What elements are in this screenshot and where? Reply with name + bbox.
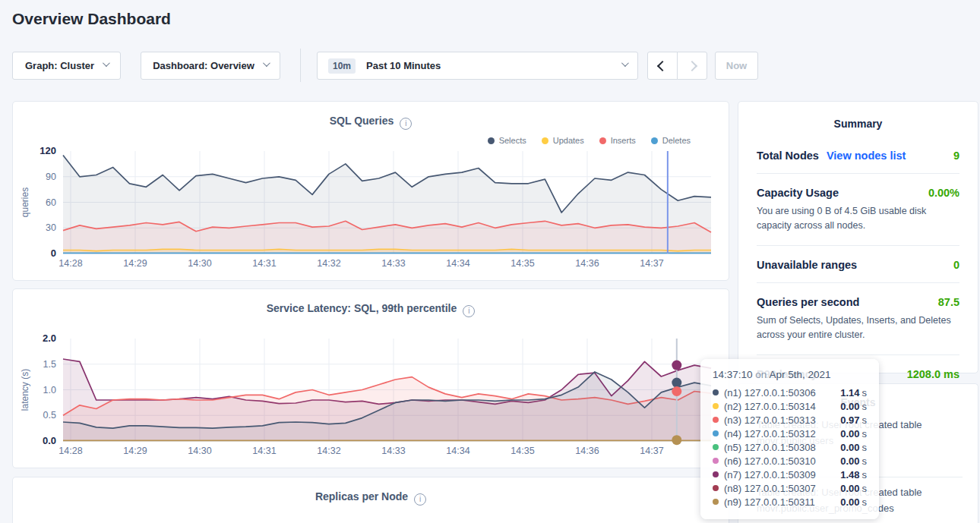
tooltip-rows: (n1) 127.0.0.1:503061.14s(n2) 127.0.0.1:… (713, 386, 867, 509)
svg-text:14:28: 14:28 (58, 258, 82, 269)
svg-text:14:28: 14:28 (58, 446, 82, 456)
node-latency-value: 0.00s (840, 401, 867, 412)
svg-text:14:33: 14:33 (381, 258, 405, 269)
sql-queries-title: SQL Queriesi (13, 102, 729, 130)
svg-text:2.0: 2.0 (43, 332, 56, 344)
svg-text:14:33: 14:33 (381, 446, 405, 456)
svg-text:14:37: 14:37 (640, 258, 663, 269)
p99-latency-value: 1208.0 ms (907, 368, 959, 380)
info-icon[interactable]: i (400, 118, 412, 130)
node-color-dot (713, 485, 719, 491)
sql-queries-chart[interactable]: 14:2814:2914:3014:3114:3214:3314:3414:35… (13, 140, 730, 276)
svg-text:90: 90 (46, 172, 56, 182)
node-address: (n4) 127.0.0.1:50312 (724, 428, 840, 440)
chevron-left-icon (657, 60, 668, 71)
summary-row-queries-per-second: Queries per second 87.5 Sum of Selects, … (757, 283, 959, 355)
replicas-per-node-panel: Replicas per Nodei (12, 477, 729, 523)
tooltip-node-row: (n8) 127.0.0.1:503070.00s (713, 481, 867, 495)
node-address: (n9) 127.0.0.1:50311 (724, 496, 840, 508)
node-address: (n5) 127.0.0.1:50308 (724, 442, 840, 453)
time-range-dropdown[interactable]: 10m Past 10 Minutes (317, 52, 638, 80)
info-icon[interactable]: i (463, 305, 475, 317)
node-address: (n7) 127.0.0.1:50309 (724, 469, 840, 480)
node-color-dot (713, 471, 719, 477)
svg-text:14:29: 14:29 (123, 446, 147, 456)
info-icon[interactable]: i (414, 493, 426, 506)
svg-text:14:36: 14:36 (575, 258, 599, 269)
chevron-right-icon (687, 60, 697, 71)
graph-dropdown-label: Graph: Cluster (25, 60, 94, 71)
graph-hover-tooltip: 14:37:10 on Apr 5th, 2021 (n1) 127.0.0.1… (700, 359, 879, 519)
svg-text:30: 30 (46, 222, 56, 233)
dashboard-dropdown-label: Dashboard: Overview (153, 60, 254, 71)
svg-text:latency (s): latency (s) (20, 369, 30, 411)
time-prev-button[interactable] (647, 52, 678, 80)
node-address: (n6) 127.0.0.1:50310 (724, 455, 840, 467)
view-nodes-list-link[interactable]: View nodes list (827, 150, 906, 162)
node-latency-value: 0.00s (840, 428, 867, 440)
replicas-per-node-title: Replicas per Nodei (13, 477, 729, 506)
summary-row-capacity-usage: Capacity Usage 0.00% You are using 0 B o… (757, 174, 959, 246)
unavailable-ranges-value: 0 (953, 259, 959, 271)
node-color-dot (713, 417, 719, 423)
node-color-dot (713, 458, 719, 464)
queries-per-second-value: 87.5 (938, 296, 959, 308)
summary-row-unavailable-ranges: Unavailable ranges 0 (757, 246, 959, 283)
node-color-dot (713, 430, 719, 436)
node-address: (n1) 127.0.0.1:50306 (724, 387, 840, 399)
svg-text:14:29: 14:29 (123, 258, 147, 269)
time-next-button[interactable] (677, 52, 707, 80)
svg-text:14:32: 14:32 (317, 446, 340, 456)
summary-row-total-nodes: Total Nodes View nodes list 9 (757, 137, 959, 174)
svg-text:60: 60 (46, 197, 56, 208)
node-latency-value: 0.97s (840, 414, 867, 426)
service-latency-chart[interactable]: 14:2814:2914:3014:3114:3214:3314:3414:35… (13, 327, 730, 464)
tooltip-node-row: (n7) 127.0.0.1:503091.48s (713, 468, 867, 481)
svg-text:14:34: 14:34 (446, 258, 469, 269)
svg-text:14:30: 14:30 (188, 258, 211, 269)
svg-text:1.5: 1.5 (43, 359, 56, 370)
page-title: Overview Dashboard (12, 10, 171, 28)
node-latency-value: 0.00s (840, 442, 867, 453)
svg-text:14:30: 14:30 (188, 446, 211, 456)
sql-queries-panel: SQL Queriesi SelectsUpdatesInsertsDelete… (12, 101, 729, 281)
graph-dropdown[interactable]: Graph: Cluster (12, 52, 121, 80)
node-color-dot (713, 444, 719, 450)
now-button-label: Now (726, 60, 747, 71)
svg-text:14:37: 14:37 (640, 446, 663, 456)
node-color-dot (713, 389, 719, 395)
svg-text:14:35: 14:35 (511, 258, 534, 269)
total-nodes-value: 9 (953, 150, 959, 162)
overview-dashboard-page: Overview Dashboard Graph: Cluster Dashbo… (0, 0, 980, 523)
svg-text:14:32: 14:32 (317, 258, 340, 269)
chevron-down-icon (263, 59, 270, 67)
node-color-dot (713, 499, 719, 505)
svg-text:14:35: 14:35 (511, 446, 534, 456)
capacity-usage-description: You are using 0 B of 4.5 GiB usable disk… (757, 204, 959, 234)
svg-text:14:31: 14:31 (252, 446, 276, 456)
chevron-down-icon (103, 59, 110, 67)
summary-heading: Summary (738, 102, 978, 130)
chevron-down-icon (621, 59, 629, 67)
tooltip-node-row: (n5) 127.0.0.1:503080.00s (713, 440, 867, 454)
svg-text:0.5: 0.5 (43, 410, 56, 421)
node-latency-value: 0.00s (840, 455, 867, 467)
service-latency-title: Service Latency: SQL, 99th percentilei (13, 289, 729, 317)
node-color-dot (713, 403, 719, 409)
svg-text:1.0: 1.0 (43, 385, 56, 395)
tooltip-node-row: (n1) 127.0.0.1:503061.14s (713, 386, 867, 399)
svg-text:14:36: 14:36 (575, 446, 599, 456)
node-latency-value: 0.00s (840, 483, 867, 494)
svg-text:0.0: 0.0 (43, 435, 56, 446)
tooltip-node-row: (n3) 127.0.0.1:503130.97s (713, 413, 867, 427)
dashboard-dropdown[interactable]: Dashboard: Overview (141, 52, 280, 80)
svg-text:14:34: 14:34 (446, 446, 469, 456)
tooltip-timestamp: 14:37:10 on Apr 5th, 2021 (713, 369, 867, 380)
svg-text:120: 120 (40, 145, 56, 156)
service-latency-panel: Service Latency: SQL, 99th percentilei 1… (12, 288, 729, 468)
tooltip-node-row: (n2) 127.0.0.1:503140.00s (713, 399, 867, 413)
now-button[interactable]: Now (715, 52, 758, 80)
svg-text:14:31: 14:31 (252, 258, 276, 269)
tooltip-node-row: (n9) 127.0.0.1:503110.00s (713, 495, 867, 509)
node-address: (n3) 127.0.0.1:50313 (724, 414, 840, 426)
